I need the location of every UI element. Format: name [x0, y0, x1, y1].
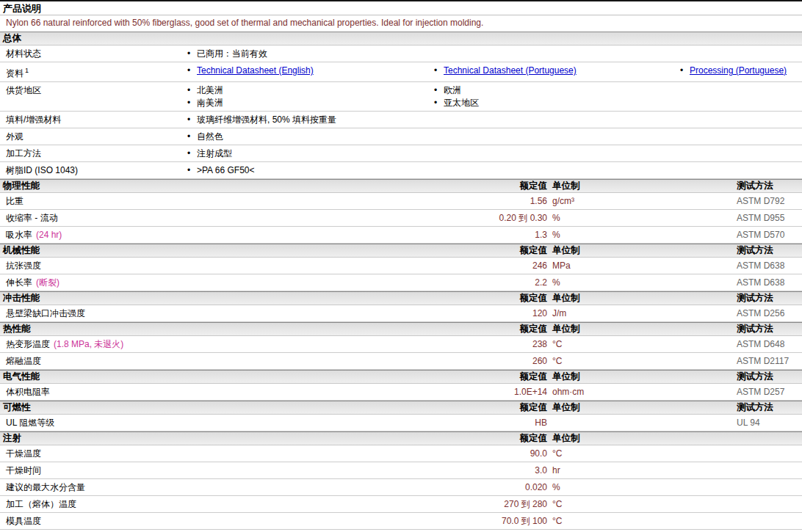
property-row-drying-time: 干燥时间 3.0 hr: [0, 462, 802, 479]
bullet-icon: •: [680, 65, 690, 77]
property-label: 熔融温度: [0, 353, 294, 369]
section-header-flammability: 可燃性 额定值 单位制 测试方法: [0, 401, 802, 415]
property-condition: (24 hr): [36, 230, 62, 240]
list-item: • Technical Datasheet (English): [185, 65, 432, 77]
row-values: • 北美洲 • 南美洲: [185, 84, 432, 109]
property-value: 90.0: [294, 445, 547, 462]
column-header-value: 额定值: [294, 244, 547, 257]
property-value: 70.0 到 100: [294, 513, 547, 529]
property-value: 1.56: [294, 193, 547, 209]
property-row-drying-temperature: 干燥温度 90.0 °C: [0, 445, 802, 462]
section-header-mechanical: 机械性能 额定值 单位制 测试方法: [0, 244, 802, 258]
property-row-tensile-strength: 抗张强度 246 MPa ASTM D638: [0, 258, 802, 274]
section-title: 物理性能: [0, 180, 294, 192]
section-title: 注射: [0, 432, 294, 445]
property-unit: MPa: [547, 258, 731, 274]
property-label: 体积电阻率: [0, 384, 294, 400]
row-label: 资料1: [0, 65, 185, 80]
section-header-thermal: 热性能 额定值 单位制 测试方法: [0, 322, 802, 336]
general-row-availability: 资料1 • Technical Datasheet (English) • Te…: [0, 62, 802, 82]
property-value: 0.20 到 0.30: [294, 210, 547, 226]
bullet-icon: •: [187, 48, 197, 60]
row-values: • Technical Datasheet (English): [185, 65, 432, 80]
list-item: • 南美洲: [185, 97, 432, 109]
row-label: 供货地区: [0, 84, 185, 109]
column-header-unit: 单位制: [547, 323, 731, 335]
property-value: 120: [294, 305, 547, 321]
list-item-text: 自然色: [197, 131, 223, 143]
column-header-value: 额定值: [294, 323, 547, 335]
row-label: 外观: [0, 131, 185, 143]
property-value: 270 到 280: [294, 496, 547, 512]
section-header-injection: 注射 额定值 单位制: [0, 431, 802, 445]
general-row-regions: 供货地区 • 北美洲 • 南美洲 • 欧洲 • 亚太地区: [0, 82, 802, 112]
property-unit: °C: [547, 513, 731, 529]
section-header-physical: 物理性能 额定值 单位制 测试方法: [0, 179, 802, 193]
property-test-method: ASTM D955: [731, 210, 802, 226]
property-unit: ohm·cm: [547, 384, 731, 400]
property-row-water-absorption: 吸水率(24 hr) 1.3 % ASTM D570: [0, 227, 802, 244]
property-test-method: ASTM D257: [731, 384, 802, 400]
property-row-melt-temperature: 加工（熔体）温度 270 到 280 °C: [0, 496, 802, 513]
section-header-electrical: 电气性能 额定值 单位制 测试方法: [0, 370, 802, 384]
section-title: 热性能: [0, 323, 294, 335]
bullet-icon: •: [187, 97, 197, 109]
bullet-icon: •: [187, 84, 197, 97]
column-header-method: 测试方法: [731, 180, 802, 192]
property-test-method: UL 94: [731, 415, 802, 431]
bullet-icon: •: [434, 65, 444, 77]
list-item-text: 注射成型: [197, 147, 232, 160]
property-test-method: ASTM D638: [731, 274, 802, 291]
property-label: 伸长率(断裂): [0, 274, 294, 291]
section-title: 可燃性: [0, 401, 294, 414]
property-test-method: ASTM D2117: [731, 353, 802, 369]
general-row-filler: 填料/增强材料 • 玻璃纤维增强材料, 50% 填料按重量: [0, 112, 802, 128]
property-label: 干燥温度: [0, 445, 294, 462]
list-item-text: 玻璃纤维增强材料, 50% 填料按重量: [197, 114, 336, 126]
list-item-text: 北美洲: [197, 84, 223, 97]
list-item: • 已商用：当前有效: [185, 48, 432, 60]
list-item: • 欧洲: [432, 84, 678, 97]
column-header-value: 额定值: [294, 180, 547, 192]
property-test-method: ASTM D648: [731, 336, 802, 352]
property-label: 热变形温度(1.8 MPa, 未退火): [0, 336, 294, 352]
property-test-method: ASTM D638: [731, 258, 802, 274]
list-item: • 北美洲: [185, 84, 432, 97]
section-header-general: 总体: [0, 32, 802, 45]
property-value: 0.020: [294, 479, 547, 495]
section-title: 电气性能: [0, 371, 294, 383]
bullet-icon: •: [187, 164, 197, 177]
bullet-icon: •: [434, 97, 444, 109]
property-row-ul-flame-rating: UL 阻燃等级 HB UL 94: [0, 415, 802, 431]
column-header-method: 测试方法: [731, 292, 802, 305]
property-label: 建议的最大水分含量: [0, 479, 294, 495]
link-processing-portuguese[interactable]: Processing (Portuguese): [690, 65, 787, 77]
property-value: HB: [294, 415, 547, 431]
link-technical-datasheet-portuguese[interactable]: Technical Datasheet (Portuguese): [444, 65, 577, 77]
property-row-heat-deflection: 热变形温度(1.8 MPa, 未退火) 238 °C ASTM D648: [0, 336, 802, 353]
list-item: • Technical Datasheet (Portuguese): [432, 65, 678, 77]
property-value: 2.2: [294, 274, 547, 291]
row-values: • 欧洲 • 亚太地区: [432, 84, 678, 109]
column-header-unit: 单位制: [547, 292, 731, 305]
property-label: 模具温度: [0, 513, 294, 529]
property-label: 抗张强度: [0, 258, 294, 274]
row-values: • 注射成型: [185, 147, 432, 160]
row-label: 材料状态: [0, 48, 185, 60]
bullet-icon: •: [187, 114, 197, 126]
property-label: UL 阻燃等级: [0, 415, 294, 431]
property-test-method: ASTM D792: [731, 193, 802, 209]
link-technical-datasheet-english[interactable]: Technical Datasheet (English): [197, 65, 314, 77]
column-header-unit: 单位制: [547, 180, 731, 192]
column-header-unit: 单位制: [547, 432, 731, 445]
row-label: 树脂ID (ISO 1043): [0, 164, 185, 177]
datasheet-page: 产品说明 Nylon 66 natural reinforced with 50…: [0, 0, 802, 530]
property-unit: J/m: [547, 305, 731, 321]
footnote-superscript: 1: [25, 67, 29, 74]
row-label: 填料/增强材料: [0, 114, 185, 126]
column-header-method: 测试方法: [731, 371, 802, 383]
list-item: • 亚太地区: [432, 97, 678, 109]
property-unit: °C: [547, 353, 731, 369]
list-item: • >PA 66 GF50<: [185, 164, 432, 177]
property-row-mold-temperature: 模具温度 70.0 到 100 °C: [0, 513, 802, 530]
